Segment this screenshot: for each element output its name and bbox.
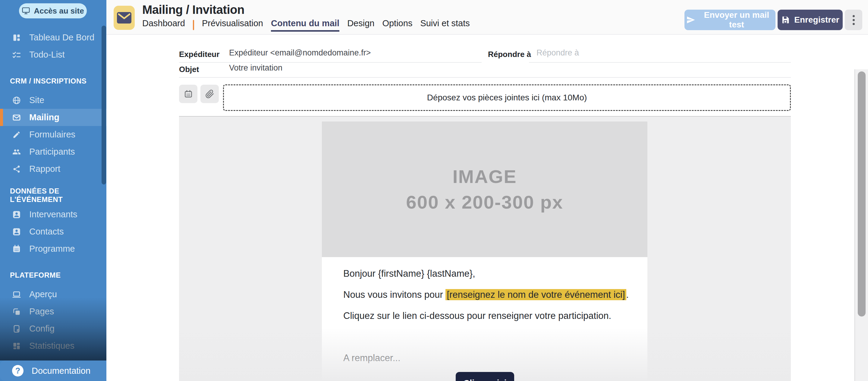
sidebar-item-tableau-de-bord[interactable]: Tableau De Bord	[0, 29, 106, 46]
sidebar-item-label: Contacts	[29, 227, 64, 236]
sidebar-item-participants[interactable]: Participants	[0, 143, 106, 160]
sidebar-item-programme[interactable]: Programme	[0, 240, 106, 257]
person-card-icon	[12, 227, 21, 236]
pencil-icon	[12, 130, 21, 139]
sidebar-item-formulaires[interactable]: Formulaires	[0, 126, 106, 143]
sidebar-item-rapport[interactable]: Rapport	[0, 160, 106, 178]
sidebar-item-label: Aperçu	[29, 289, 57, 299]
mail-app-icon	[114, 6, 135, 30]
floppy-disk-icon	[781, 15, 790, 24]
app-window: Accès au site Tableau De Bord Todo-List …	[0, 0, 868, 381]
sidebar-item-label: Rapport	[29, 164, 60, 174]
sidebar-section-plateforme: PLATEFORME	[0, 271, 106, 279]
kebab-menu-icon[interactable]	[845, 10, 862, 30]
image-placeholder-line1: IMAGE	[453, 166, 517, 187]
todo-icon	[12, 50, 21, 59]
sidebar-item-label: Pages	[29, 307, 54, 317]
reply-to-input[interactable]	[536, 48, 784, 58]
save-button[interactable]: Enregistrer	[778, 10, 843, 30]
share-icon	[12, 165, 21, 173]
laptop-icon	[12, 290, 21, 299]
sidebar-section-crm-inscriptions: CRM / INSCRIPTIONS	[0, 77, 106, 85]
sidebar-item-pages[interactable]: Pages	[0, 303, 106, 320]
sidebar-item-mailing[interactable]: Mailing	[0, 109, 106, 126]
config-icon	[12, 324, 21, 334]
question-icon: ?	[12, 365, 24, 377]
sidebar-item-label: Mailing	[29, 113, 59, 122]
sender-underline	[179, 62, 482, 63]
email-image-placeholder[interactable]: IMAGE 600 x 200-300 px	[322, 122, 647, 257]
email-preview-area: IMAGE 600 x 200-300 px Bonjour {firstNam…	[179, 116, 791, 381]
globe-icon	[12, 96, 21, 105]
main-content: Expéditeur Répondre à Objet Déposez vos …	[106, 35, 868, 381]
sidebar-item-apercu[interactable]: Aperçu	[0, 286, 106, 303]
subject-underline	[179, 77, 791, 78]
sidebar-item-intervenants[interactable]: Intervenants	[0, 206, 106, 223]
sidebar-item-contacts[interactable]: Contacts	[0, 223, 106, 240]
paperclip-icon	[205, 90, 214, 99]
email-invite-line: Nous vous invitons pour [renseignez le n…	[343, 288, 635, 301]
email-greeting: Bonjour {firstName} {lastName},	[343, 267, 635, 280]
sidebar-item-label: Site	[29, 95, 44, 105]
calendar-icon	[12, 245, 21, 254]
image-placeholder-line2: 600 x 200-300 px	[406, 191, 563, 213]
tab-divider	[193, 20, 194, 30]
save-label: Enregistrer	[794, 15, 839, 25]
sidebar: Accès au site Tableau De Bord Todo-List …	[0, 0, 106, 381]
sender-label: Expéditeur	[179, 50, 219, 59]
sidebar-item-label: Intervenants	[29, 210, 78, 219]
send-test-mail-button[interactable]: Envoyer un mail test	[684, 10, 775, 30]
mail-icon	[12, 113, 21, 122]
header-actions: Envoyer un mail test Enregistrer	[684, 10, 862, 30]
send-test-mail-label: Envoyer un mail test	[700, 10, 774, 30]
content-scrollbar-thumb[interactable]	[858, 71, 866, 317]
sidebar-item-label: Tableau De Bord	[29, 33, 94, 42]
attachments-dropzone[interactable]: Déposez vos pièces jointes ici (max 10Mo…	[223, 85, 791, 111]
insert-date-button[interactable]	[179, 85, 197, 103]
reply-to-label: Répondre à	[488, 50, 531, 59]
access-site-button[interactable]: Accès au site	[19, 3, 87, 19]
tab-options[interactable]: Options	[382, 19, 412, 32]
sidebar-item-label: Programme	[29, 244, 75, 254]
sidebar-section-donnees-evenement: DONNÉES DE L'ÉVÉNEMENT	[0, 191, 106, 199]
person-card-icon	[12, 210, 21, 219]
sidebar-item-config[interactable]: Config	[0, 320, 106, 337]
tab-suivi-et-stats[interactable]: Suivi et stats	[420, 19, 470, 32]
sidebar-scroll-area: Tableau De Bord Todo-List CRM / INSCRIPT…	[0, 22, 106, 360]
sidebar-item-site[interactable]: Site	[0, 92, 106, 109]
sender-input[interactable]	[229, 48, 476, 58]
pages-icon	[12, 307, 21, 316]
page-title: Mailing / Invitation	[142, 3, 244, 17]
tab-bar: Dashboard Prévisualisation Contenu du ma…	[142, 18, 470, 32]
subject-label: Objet	[179, 65, 199, 74]
sidebar-item-todo-list[interactable]: Todo-List	[0, 46, 106, 63]
email-replace-line: A remplacer...	[343, 351, 635, 365]
sidebar-item-label: Config	[29, 324, 55, 334]
attach-file-button[interactable]	[200, 85, 219, 103]
tab-design[interactable]: Design	[347, 19, 374, 32]
page-header: Mailing / Invitation Dashboard Prévisual…	[106, 0, 868, 35]
calendar-icon	[184, 90, 193, 99]
sidebar-scrollbar-thumb[interactable]	[101, 26, 106, 185]
dropzone-text: Déposez vos pièces jointes ici (max 10Mo…	[427, 93, 587, 102]
email-cta-label: Cliquez ici	[463, 378, 506, 381]
tab-dashboard[interactable]: Dashboard	[142, 19, 185, 32]
email-click-line: Cliquez sur le lien ci-dessous pour rens…	[343, 309, 635, 322]
sidebar-item-statistiques[interactable]: Statistiques	[0, 337, 106, 354]
sidebar-item-label: Participants	[29, 147, 75, 157]
tab-previsualisation[interactable]: Prévisualisation	[202, 19, 263, 32]
email-body-editor[interactable]: Bonjour {firstName} {lastName}, Nous vou…	[322, 257, 647, 381]
access-site-label: Accès au site	[34, 6, 84, 16]
stats-icon	[12, 342, 21, 351]
people-icon	[12, 148, 21, 156]
subject-input[interactable]	[229, 63, 711, 73]
tab-contenu-du-mail[interactable]: Contenu du mail	[271, 19, 339, 32]
sidebar-item-label: Statistiques	[29, 341, 74, 351]
sidebar-item-label: Formulaires	[29, 130, 75, 139]
reply-to-underline	[529, 62, 791, 63]
dashboard-icon	[12, 33, 21, 42]
sidebar-item-documentation[interactable]: ? Documentation	[0, 360, 106, 381]
email-cta-button[interactable]: Cliquez ici	[456, 372, 514, 381]
content-scrollbar[interactable]	[855, 69, 868, 381]
documentation-label: Documentation	[32, 366, 90, 376]
